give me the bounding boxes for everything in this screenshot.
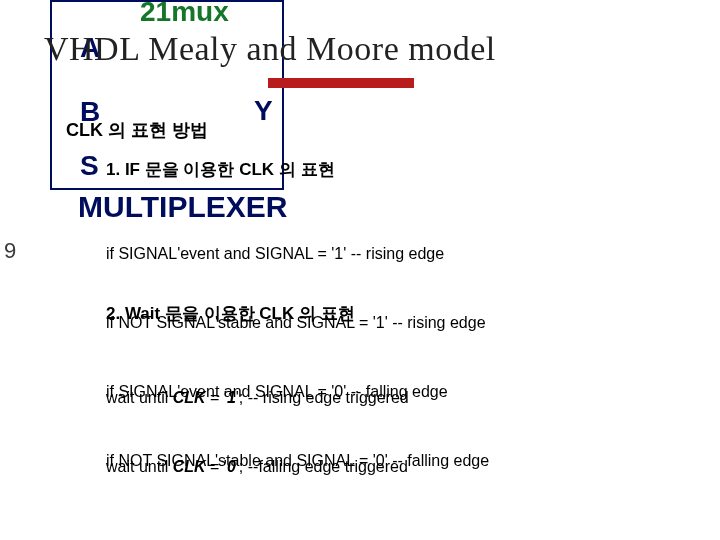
wait-prefix: wait until bbox=[106, 389, 173, 406]
wait-clk: CLK bbox=[173, 389, 206, 406]
code-line: if SIGNAL'event and SIGNAL = '1' -- risi… bbox=[106, 242, 489, 265]
code-line: wait until CLK = '1'; -- rising edge tri… bbox=[106, 386, 409, 409]
wait-suffix: '; -- rising edge triggered bbox=[236, 389, 409, 406]
code-line: wait until CLK = '0'; --falling edge tri… bbox=[106, 455, 409, 478]
wait-eq: = ' bbox=[206, 389, 227, 406]
wait-suffix: '; --falling edge triggered bbox=[236, 458, 408, 475]
code-wait-block: wait until CLK = '1'; -- rising edge tri… bbox=[106, 340, 409, 524]
wait-val: 1 bbox=[227, 389, 236, 406]
wait-prefix: wait until bbox=[106, 458, 173, 475]
subheading-wait: 2. Wait 문을 이용한 CLK 의 표현 bbox=[106, 302, 355, 325]
title-underline bbox=[268, 78, 414, 88]
wait-clk: CLK bbox=[173, 458, 206, 475]
slide-title: VHDL Mealy and Moore model bbox=[44, 30, 496, 68]
wait-val: 0 bbox=[227, 458, 236, 475]
subheading-if: 1. IF 문을 이용한 CLK 의 표현 bbox=[106, 158, 335, 181]
slide-content: VHDL Mealy and Moore model CLK 의 표현 방법 1… bbox=[0, 0, 720, 540]
section-clk-heading: CLK 의 표현 방법 bbox=[66, 118, 208, 142]
wait-eq: = ' bbox=[206, 458, 227, 475]
